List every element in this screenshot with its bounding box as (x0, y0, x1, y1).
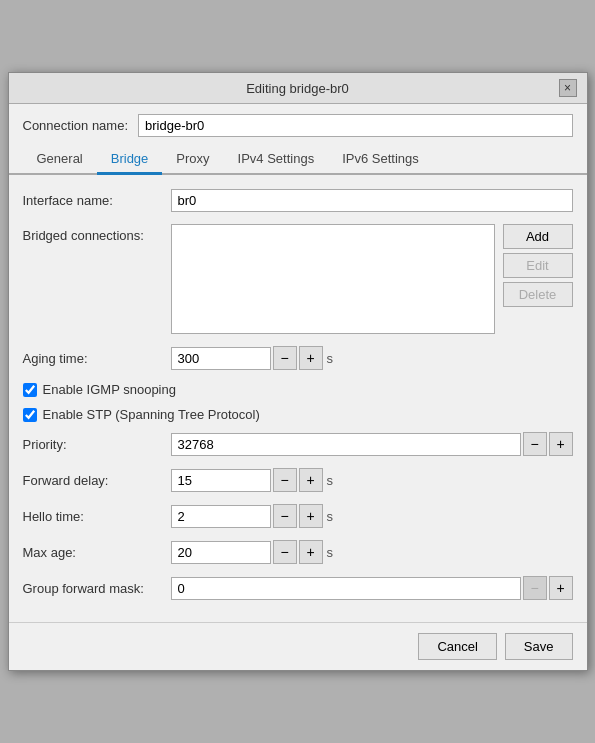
priority-input[interactable] (171, 433, 521, 456)
bridge-tab-content: Interface name: Bridged connections: Add… (9, 175, 587, 622)
max-age-increment[interactable]: + (299, 540, 323, 564)
hello-time-label: Hello time: (23, 509, 163, 524)
igmp-snooping-row: Enable IGMP snooping (23, 382, 573, 397)
aging-time-unit: s (327, 351, 334, 366)
priority-row: Priority: − + (23, 432, 573, 456)
group-forward-mask-input[interactable] (171, 577, 521, 600)
bridged-action-buttons: Add Edit Delete (503, 224, 573, 307)
interface-name-input[interactable] (171, 189, 573, 212)
group-forward-mask-label: Group forward mask: (23, 581, 163, 596)
save-button[interactable]: Save (505, 633, 573, 660)
aging-time-decrement[interactable]: − (273, 346, 297, 370)
hello-time-row: Hello time: − + s (23, 504, 573, 528)
aging-time-increment[interactable]: + (299, 346, 323, 370)
priority-increment[interactable]: + (549, 432, 573, 456)
interface-name-label: Interface name: (23, 193, 163, 208)
footer: Cancel Save (9, 622, 587, 670)
close-icon: × (564, 81, 571, 95)
max-age-spinner: − + s (171, 540, 334, 564)
bridged-connections-label: Bridged connections: (23, 224, 163, 243)
priority-label: Priority: (23, 437, 163, 452)
connection-name-input[interactable] (138, 114, 572, 137)
title-bar: Editing bridge-br0 × (9, 73, 587, 104)
hello-time-input[interactable] (171, 505, 271, 528)
max-age-label: Max age: (23, 545, 163, 560)
stp-label[interactable]: Enable STP (Spanning Tree Protocol) (43, 407, 260, 422)
forward-delay-spinner: − + s (171, 468, 334, 492)
close-button[interactable]: × (559, 79, 577, 97)
dialog: Editing bridge-br0 × Connection name: Ge… (8, 72, 588, 671)
forward-delay-row: Forward delay: − + s (23, 468, 573, 492)
group-forward-mask-spinner: − + (171, 576, 573, 600)
group-forward-mask-increment[interactable]: + (549, 576, 573, 600)
max-age-decrement[interactable]: − (273, 540, 297, 564)
tab-ipv4-settings[interactable]: IPv4 Settings (224, 145, 329, 175)
max-age-input[interactable] (171, 541, 271, 564)
forward-delay-unit: s (327, 473, 334, 488)
aging-time-label: Aging time: (23, 351, 163, 366)
forward-delay-decrement[interactable]: − (273, 468, 297, 492)
forward-delay-increment[interactable]: + (299, 468, 323, 492)
priority-decrement[interactable]: − (523, 432, 547, 456)
interface-name-row: Interface name: (23, 189, 573, 212)
tab-bridge[interactable]: Bridge (97, 145, 163, 175)
stp-checkbox[interactable] (23, 408, 37, 422)
edit-button[interactable]: Edit (503, 253, 573, 278)
delete-button[interactable]: Delete (503, 282, 573, 307)
bridged-connections-section: Bridged connections: Add Edit Delete (23, 224, 573, 334)
dialog-title: Editing bridge-br0 (37, 81, 559, 96)
igmp-checkbox[interactable] (23, 383, 37, 397)
connection-name-label: Connection name: (23, 118, 129, 133)
hello-time-decrement[interactable]: − (273, 504, 297, 528)
forward-delay-label: Forward delay: (23, 473, 163, 488)
tab-general[interactable]: General (23, 145, 97, 175)
hello-time-spinner: − + s (171, 504, 334, 528)
hello-time-unit: s (327, 509, 334, 524)
max-age-row: Max age: − + s (23, 540, 573, 564)
group-forward-mask-row: Group forward mask: − + (23, 576, 573, 600)
max-age-unit: s (327, 545, 334, 560)
stp-row: Enable STP (Spanning Tree Protocol) (23, 407, 573, 422)
tab-ipv6-settings[interactable]: IPv6 Settings (328, 145, 433, 175)
add-button[interactable]: Add (503, 224, 573, 249)
cancel-button[interactable]: Cancel (418, 633, 496, 660)
tabs: General Bridge Proxy IPv4 Settings IPv6 … (9, 145, 587, 175)
group-forward-mask-decrement[interactable]: − (523, 576, 547, 600)
priority-spinner: − + (171, 432, 573, 456)
aging-time-input[interactable] (171, 347, 271, 370)
connection-name-row: Connection name: (9, 104, 587, 145)
hello-time-increment[interactable]: + (299, 504, 323, 528)
aging-time-row: Aging time: − + s (23, 346, 573, 370)
tab-proxy[interactable]: Proxy (162, 145, 223, 175)
igmp-label[interactable]: Enable IGMP snooping (43, 382, 176, 397)
forward-delay-input[interactable] (171, 469, 271, 492)
bridged-connections-list (171, 224, 495, 334)
aging-time-spinner: − + s (171, 346, 334, 370)
